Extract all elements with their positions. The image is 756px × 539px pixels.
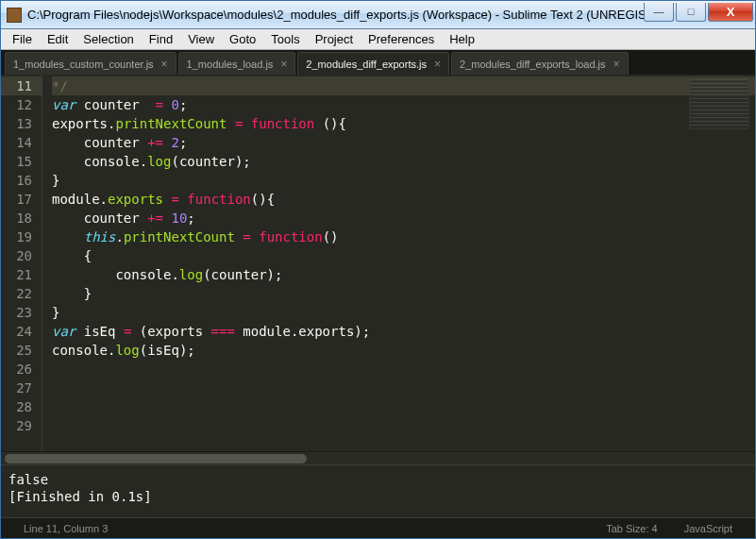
line-number: 19 <box>1 227 32 246</box>
tabbar: 1_modules_custom_counter.js × 1_modules_… <box>1 50 755 75</box>
scrollbar-thumb[interactable] <box>5 454 307 463</box>
status-position[interactable]: Line 11, Column 3 <box>10 523 121 534</box>
code-area[interactable]: */var counter = 0;exports.printNextCount… <box>42 75 755 451</box>
window-controls: — □ X <box>644 3 753 22</box>
app-window: C:\Program Files\nodejs\Workspace\module… <box>0 0 756 539</box>
code-line[interactable]: counter += 10; <box>52 209 755 227</box>
menubar: File Edit Selection Find View Goto Tools… <box>1 29 755 50</box>
minimize-button[interactable]: — <box>644 3 674 22</box>
menu-preferences[interactable]: Preferences <box>361 30 442 48</box>
menu-view[interactable]: View <box>180 30 222 48</box>
line-number: 11 <box>1 76 42 95</box>
editor[interactable]: 11121314151617181920212223242526272829 *… <box>1 75 755 451</box>
line-number: 13 <box>1 114 32 133</box>
build-output-panel[interactable]: false [Finished in 0.1s] <box>1 464 755 517</box>
line-number: 12 <box>1 95 32 114</box>
tab-file-3[interactable]: 2_modules_diff_exports_load.js × <box>451 52 629 75</box>
line-number: 18 <box>1 209 32 227</box>
menu-file[interactable]: File <box>5 30 40 48</box>
line-number: 28 <box>1 397 32 416</box>
close-icon[interactable]: × <box>434 58 441 71</box>
line-number: 26 <box>1 360 32 379</box>
code-line[interactable]: { <box>52 246 755 265</box>
line-gutter: 11121314151617181920212223242526272829 <box>1 75 42 451</box>
code-line[interactable]: var counter = 0; <box>52 95 755 114</box>
code-line[interactable]: } <box>52 303 755 322</box>
menu-edit[interactable]: Edit <box>40 30 76 48</box>
line-number: 29 <box>1 416 32 435</box>
close-icon[interactable]: × <box>613 58 620 71</box>
window-title: C:\Program Files\nodejs\Workspace\module… <box>27 8 644 22</box>
code-line[interactable]: } <box>52 284 755 303</box>
menu-selection[interactable]: Selection <box>76 30 141 48</box>
line-number: 21 <box>1 265 32 284</box>
line-number: 15 <box>1 152 32 171</box>
code-line[interactable]: this.printNextCount = function() <box>52 227 755 246</box>
line-number: 22 <box>1 284 32 303</box>
tab-file-1[interactable]: 1_modules_load.js × <box>178 52 296 75</box>
console-line: false <box>8 471 748 488</box>
code-line[interactable]: console.log(counter); <box>52 265 755 284</box>
close-icon[interactable]: × <box>280 58 287 71</box>
code-line[interactable]: } <box>52 171 755 190</box>
tab-label: 1_modules_load.js <box>187 59 274 70</box>
line-number: 17 <box>1 190 32 209</box>
tab-label: 2_modules_diff_exports_load.js <box>460 59 606 70</box>
minimap[interactable] <box>689 78 749 129</box>
statusbar: Line 11, Column 3 Tab Size: 4 JavaScript <box>1 517 755 538</box>
line-number: 25 <box>1 341 32 360</box>
menu-project[interactable]: Project <box>308 30 361 48</box>
menu-goto[interactable]: Goto <box>222 30 263 48</box>
close-icon[interactable]: × <box>161 58 168 71</box>
status-tabsize[interactable]: Tab Size: 4 <box>593 523 670 534</box>
close-button[interactable]: X <box>708 3 753 22</box>
status-syntax[interactable]: JavaScript <box>671 523 746 534</box>
line-number: 20 <box>1 246 32 265</box>
horizontal-scrollbar[interactable] <box>1 451 755 464</box>
code-line[interactable]: var isEq = (exports === module.exports); <box>52 322 755 341</box>
maximize-button[interactable]: □ <box>676 3 706 22</box>
code-line[interactable]: counter += 2; <box>52 133 755 152</box>
console-line: [Finished in 0.1s] <box>8 488 748 505</box>
menu-help[interactable]: Help <box>442 30 482 48</box>
tab-label: 1_modules_custom_counter.js <box>13 59 154 70</box>
code-line[interactable]: console.log(isEq); <box>52 341 755 360</box>
code-line[interactable]: */ <box>52 76 755 95</box>
minimap-content <box>690 79 748 128</box>
menu-find[interactable]: Find <box>142 30 180 48</box>
code-line[interactable]: module.exports = function(){ <box>52 190 755 209</box>
line-number: 16 <box>1 171 32 190</box>
titlebar[interactable]: C:\Program Files\nodejs\Workspace\module… <box>1 1 755 29</box>
line-number: 14 <box>1 133 32 152</box>
tab-label: 2_modules_diff_exports.js <box>306 59 427 70</box>
code-line[interactable]: console.log(counter); <box>52 152 755 171</box>
tab-file-0[interactable]: 1_modules_custom_counter.js × <box>5 52 176 75</box>
line-number: 23 <box>1 303 32 322</box>
tab-file-2[interactable]: 2_modules_diff_exports.js × <box>297 52 449 75</box>
app-icon <box>7 8 22 23</box>
code-line[interactable]: exports.printNextCount = function (){ <box>52 114 755 133</box>
line-number: 27 <box>1 379 32 397</box>
menu-tools[interactable]: Tools <box>263 30 307 48</box>
line-number: 24 <box>1 322 32 341</box>
